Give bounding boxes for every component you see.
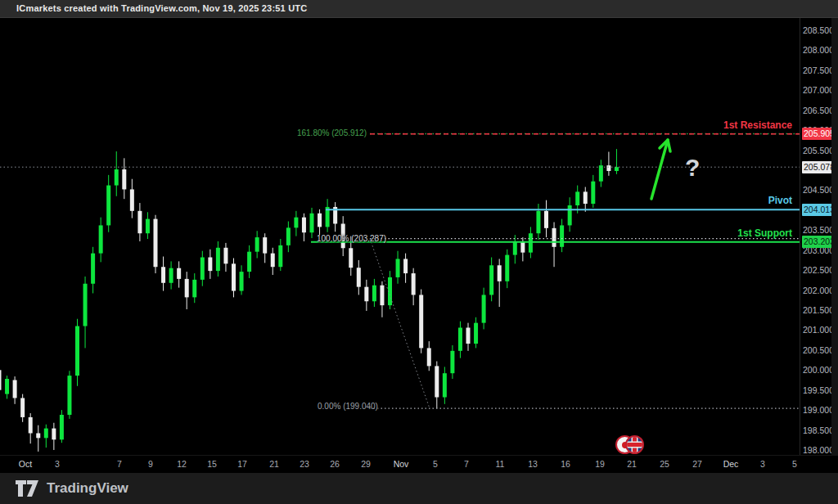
time-label-Dec: Dec (723, 459, 739, 469)
candle-body (615, 167, 619, 171)
time-label-21: 21 (269, 459, 279, 469)
candle-body (599, 165, 603, 182)
time-label-7: 7 (464, 459, 469, 469)
resistance-label[interactable]: 1st Resistance (723, 119, 792, 131)
right-margin-strip (831, 18, 838, 473)
time-label-9: 9 (148, 459, 153, 469)
candle-body (208, 258, 212, 272)
time-label-26: 26 (330, 459, 340, 469)
candle-body (544, 211, 548, 228)
candle-body (349, 248, 353, 268)
candle-body (318, 214, 322, 227)
candle-body (122, 169, 126, 189)
candle-body (60, 415, 64, 439)
time-label-5: 5 (433, 459, 438, 469)
candle-body (0, 370, 2, 389)
candle-body (52, 429, 56, 440)
fib-100-label[interactable]: 100.00% (203.287) (317, 234, 386, 243)
candle-body (606, 165, 610, 171)
candle-body (177, 268, 181, 279)
time-label-Nov: Nov (394, 459, 409, 469)
time-label-21: 21 (627, 459, 637, 469)
candle-body (200, 258, 205, 280)
watermark-bar: ICmarkets created with TradingView.com, … (0, 0, 838, 18)
candle-body (529, 233, 533, 252)
candle-body (223, 248, 228, 264)
uk-flag-icon (625, 435, 644, 454)
candle-body (505, 255, 509, 281)
candle-body (263, 237, 267, 254)
candle-body (286, 227, 291, 245)
candle-body (169, 268, 173, 283)
support-label[interactable]: 1st Support (737, 227, 792, 239)
fib-161-label[interactable]: 161.80% (205.912) (297, 128, 367, 137)
time-label-15: 15 (207, 459, 217, 469)
candle-body (443, 373, 447, 397)
candle-body (154, 219, 158, 268)
time-label-11: 11 (496, 459, 505, 469)
time-label-7: 7 (117, 459, 122, 469)
candle-body (91, 254, 95, 284)
candle-body (185, 279, 189, 297)
candle-body (106, 186, 110, 226)
candle-body (396, 259, 400, 277)
time-label-Oct: Oct (19, 459, 32, 469)
candle-body (357, 268, 361, 286)
candle-body (161, 267, 165, 283)
economic-event-icon[interactable] (615, 435, 645, 455)
tradingview-logo-icon[interactable] (15, 479, 39, 498)
time-label-3: 3 (760, 459, 765, 469)
candle-body (560, 225, 564, 246)
chart-area[interactable]: 161.80% (205.912) 100.00% (203.287) 0.00… (0, 18, 800, 455)
candle-body (513, 241, 517, 255)
candle-body (412, 273, 416, 295)
candle-body (302, 218, 306, 233)
candle-body (435, 366, 439, 397)
candle-body (130, 189, 134, 210)
time-label-23: 23 (300, 459, 309, 469)
candle-body (240, 272, 244, 290)
question-mark-annotation[interactable]: ? (685, 154, 700, 182)
time-label-17: 17 (237, 459, 247, 469)
candle-body (575, 191, 579, 205)
candle-body (419, 295, 423, 348)
candle-body (482, 295, 486, 322)
tradingview-brand-text[interactable]: TradingView (47, 480, 128, 497)
candle-body (466, 327, 471, 344)
candle-body (403, 259, 408, 273)
candle-body (310, 214, 314, 232)
pivot-label[interactable]: Pivot (768, 195, 792, 206)
candle-body (583, 191, 588, 204)
candle-body (536, 211, 540, 233)
candle-body (294, 218, 298, 228)
candle-body (372, 286, 376, 302)
candlestick-plot[interactable] (0, 18, 800, 455)
candle-body (271, 254, 275, 268)
candle-body (568, 205, 572, 225)
candle-body (75, 326, 79, 376)
candle-body (458, 327, 462, 350)
time-label-27: 27 (692, 459, 702, 469)
time-axis[interactable]: Oct37912151721232629Nov5711131619212527D… (0, 455, 838, 473)
candle-body (5, 379, 9, 394)
time-label-29: 29 (361, 459, 371, 469)
candle-body (192, 280, 196, 297)
fib-0-label[interactable]: 0.00% (199.040) (318, 402, 378, 411)
candle-body (137, 211, 142, 233)
watermark-text: ICmarkets created with TradingView.com, … (16, 3, 307, 13)
candle-body (380, 286, 384, 305)
candle-body (232, 263, 236, 290)
candle-body (255, 237, 259, 252)
candle-body (498, 265, 502, 281)
candle-body (450, 351, 454, 373)
brand-bar: TradingView (0, 473, 838, 504)
candle-body (520, 241, 525, 253)
candle-body (427, 348, 431, 366)
candle-body (29, 417, 33, 434)
candle-body (115, 169, 119, 186)
candle-body (591, 182, 595, 204)
time-label-25: 25 (660, 459, 669, 469)
time-label-19: 19 (595, 459, 605, 469)
tradingview-window: ICmarkets created with TradingView.com, … (0, 0, 838, 504)
candle-body (99, 225, 103, 253)
